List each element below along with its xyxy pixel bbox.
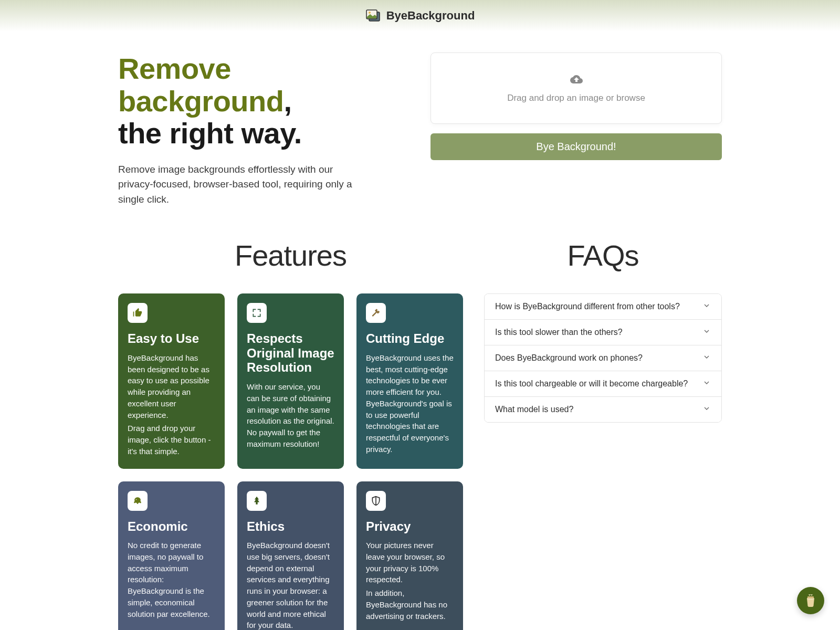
buy-me-coffee-button[interactable]: [797, 587, 824, 614]
thumbs-up-icon: [128, 303, 148, 323]
faq-list: How is ByeBackground different from othe…: [484, 293, 722, 423]
faqs-heading: FAQs: [484, 238, 722, 272]
shield-icon: [366, 491, 386, 511]
feature-title: Ethics: [247, 519, 334, 534]
feature-card-ethics: Ethics ByeBackground doesn't use big ser…: [237, 481, 344, 630]
svg-point-2: [369, 12, 371, 14]
feature-card-economic: Economic No credit to generate images, n…: [118, 481, 225, 630]
feature-card-easy: Easy to Use ByeBackground has been desig…: [118, 293, 225, 468]
feature-body: ByeBackground uses the best, most cuttin…: [366, 352, 454, 455]
feature-body: With our service, you can be sure of obt…: [247, 381, 334, 450]
chevron-down-icon: [702, 353, 711, 363]
svg-rect-4: [807, 596, 814, 598]
hero-title-line2: the right way.: [118, 117, 302, 150]
chevron-down-icon: [702, 301, 711, 312]
feature-body: Drag and drop your image, click the butt…: [128, 423, 215, 457]
feature-card-privacy: Privacy Your pictures never leave your b…: [356, 481, 463, 630]
faq-item[interactable]: Is this tool chargeable or will it becom…: [485, 371, 721, 397]
feature-body: ByeBackground doesn't use big servers, d…: [247, 540, 334, 630]
app-name: ByeBackground: [386, 9, 475, 23]
dropzone-text: Drag and drop an image or browse: [442, 93, 711, 103]
app-logo-icon: [365, 9, 381, 23]
tree-icon: [247, 491, 267, 511]
feature-body: No credit to generate images, no paywall…: [128, 540, 215, 620]
feature-body: Your pictures never leave your browser, …: [366, 540, 454, 585]
piggy-bank-icon: [128, 491, 148, 511]
feature-card-cutting-edge: Cutting Edge ByeBackground uses the best…: [356, 293, 463, 468]
faq-question: Is this tool chargeable or will it becom…: [495, 379, 688, 388]
upload-area: Drag and drop an image or browse Bye Bac…: [430, 52, 722, 160]
faq-item[interactable]: Is this tool slower than the others?: [485, 320, 721, 345]
chevron-down-icon: [702, 327, 711, 338]
hero-title-comma: ,: [284, 85, 291, 118]
hero-title-accent: Remove background: [118, 52, 284, 118]
chevron-down-icon: [702, 379, 711, 389]
feature-title: Privacy: [366, 519, 454, 534]
process-button[interactable]: Bye Background!: [430, 133, 722, 160]
hero-subtitle: Remove image backgrounds effortlessly wi…: [118, 162, 370, 207]
feature-title: Respects Original Image Resolution: [247, 331, 334, 375]
feature-title: Easy to Use: [128, 331, 215, 346]
faq-item[interactable]: How is ByeBackground different from othe…: [485, 294, 721, 320]
faq-question: Is this tool slower than the others?: [495, 328, 623, 337]
upload-cloud-icon: [442, 73, 711, 88]
header: ByeBackground: [0, 0, 840, 32]
features-heading: Features: [118, 238, 463, 272]
features-grid: Easy to Use ByeBackground has been desig…: [118, 293, 463, 630]
chevron-down-icon: [702, 404, 711, 415]
logo[interactable]: ByeBackground: [365, 9, 475, 23]
faq-question: How is ByeBackground different from othe…: [495, 302, 680, 311]
faq-question: Does ByeBackground work on phones?: [495, 353, 643, 363]
faq-item[interactable]: What model is used?: [485, 397, 721, 422]
faq-item[interactable]: Does ByeBackground work on phones?: [485, 345, 721, 371]
faq-question: What model is used?: [495, 405, 573, 414]
hero-section: Remove background, the right way. Remove…: [118, 52, 722, 207]
feature-title: Cutting Edge: [366, 331, 454, 346]
feature-card-resolution: Respects Original Image Resolution With …: [237, 293, 344, 468]
hammer-icon: [366, 303, 386, 323]
feature-body: ByeBackground has been designed to be as…: [128, 352, 215, 421]
feature-body: In addition, ByeBackground has no advert…: [366, 587, 454, 622]
hero-title: Remove background, the right way.: [118, 52, 410, 150]
expand-icon: [247, 303, 267, 323]
features-section: Features Easy to Use ByeBackground has b…: [118, 238, 463, 630]
feature-title: Economic: [128, 519, 215, 534]
hero-text: Remove background, the right way. Remove…: [118, 52, 410, 207]
dropzone[interactable]: Drag and drop an image or browse: [430, 52, 722, 124]
faqs-section: FAQs How is ByeBackground different from…: [484, 238, 722, 630]
